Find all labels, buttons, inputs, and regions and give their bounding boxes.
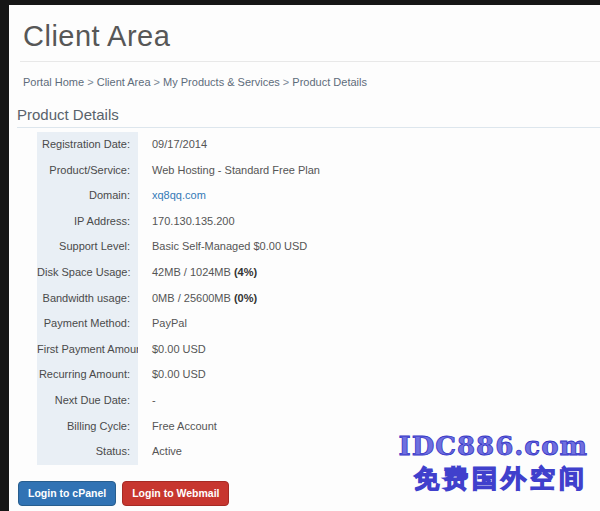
row-label: Bandwidth usage:	[37, 286, 138, 312]
row-value: Active	[138, 439, 600, 465]
table-row: Support Level:Basic Self-Managed $0.00 U…	[37, 234, 600, 260]
table-row: Disk Space Usage:42MB / 1024MB (4%)	[37, 260, 600, 286]
login-webmail-button[interactable]: Login to Webmail	[122, 481, 229, 506]
breadcrumb-item[interactable]: Client Area	[97, 76, 151, 88]
table-row: Registration Date:09/17/2014	[37, 132, 600, 158]
row-value: 42MB / 1024MB (4%)	[138, 260, 600, 286]
row-value: Basic Self-Managed $0.00 USD	[138, 234, 600, 260]
row-label: Recurring Amount:	[37, 362, 138, 388]
table-row: Recurring Amount:$0.00 USD	[37, 362, 600, 388]
table-row: Billing Cycle:Free Account	[37, 414, 600, 440]
row-value: $0.00 USD	[138, 337, 600, 363]
row-value: -	[138, 388, 600, 414]
row-label: Payment Method:	[37, 311, 138, 337]
row-value: Free Account	[138, 414, 600, 440]
row-label: Billing Cycle:	[37, 414, 138, 440]
breadcrumb: Portal Home > Client Area > My Products …	[23, 76, 367, 88]
page-title: Client Area	[23, 20, 170, 53]
breadcrumb-separator: >	[151, 76, 164, 88]
row-label: Status:	[37, 439, 138, 465]
breadcrumb-item[interactable]: Portal Home	[23, 76, 84, 88]
usage-percent: (0%)	[231, 292, 257, 304]
client-area-page: Client Area Portal Home > Client Area > …	[0, 0, 600, 511]
row-value: 0MB / 25600MB (0%)	[138, 286, 600, 312]
row-label: Next Due Date:	[37, 388, 138, 414]
row-label: Domain:	[37, 183, 138, 209]
table-row: Status:Active	[37, 439, 600, 465]
row-label: Product/Service:	[37, 158, 138, 184]
left-border-bar	[0, 0, 9, 511]
top-border-bar	[0, 0, 600, 5]
section-title: Product Details	[17, 106, 119, 123]
table-row: Payment Method:PayPal	[37, 311, 600, 337]
watermark-chinese-text: 免费国外空间	[414, 462, 588, 495]
row-value: xq8qq.com	[138, 183, 600, 209]
breadcrumb-separator: >	[84, 76, 97, 88]
login-cpanel-button[interactable]: Login to cPanel	[18, 481, 116, 506]
row-value: PayPal	[138, 311, 600, 337]
table-row: First Payment Amount:$0.00 USD	[37, 337, 600, 363]
row-value: Web Hosting - Standard Free Plan	[138, 158, 600, 184]
product-details-table: Registration Date:09/17/2014Product/Serv…	[37, 132, 600, 465]
table-row: IP Address:170.130.135.200	[37, 209, 600, 235]
row-label: Support Level:	[37, 234, 138, 260]
table-row: Domain:xq8qq.com	[37, 183, 600, 209]
row-label: Registration Date:	[37, 132, 138, 158]
header-divider	[20, 61, 600, 62]
row-value: 09/17/2014	[138, 132, 600, 158]
row-value: $0.00 USD	[138, 362, 600, 388]
section-divider	[17, 127, 600, 128]
action-buttons: Login to cPanel Login to Webmail	[18, 481, 229, 506]
domain-link[interactable]: xq8qq.com	[152, 189, 206, 201]
breadcrumb-separator: >	[280, 76, 293, 88]
breadcrumb-item: Product Details	[292, 76, 367, 88]
breadcrumb-item[interactable]: My Products & Services	[163, 76, 280, 88]
table-row: Bandwidth usage:0MB / 25600MB (0%)	[37, 286, 600, 312]
row-label: Disk Space Usage:	[37, 260, 138, 286]
usage-percent: (4%)	[231, 266, 257, 278]
table-row: Product/Service:Web Hosting - Standard F…	[37, 158, 600, 184]
table-row: Next Due Date:-	[37, 388, 600, 414]
row-label: IP Address:	[37, 209, 138, 235]
row-value: 170.130.135.200	[138, 209, 600, 235]
row-label: First Payment Amount:	[37, 337, 138, 363]
